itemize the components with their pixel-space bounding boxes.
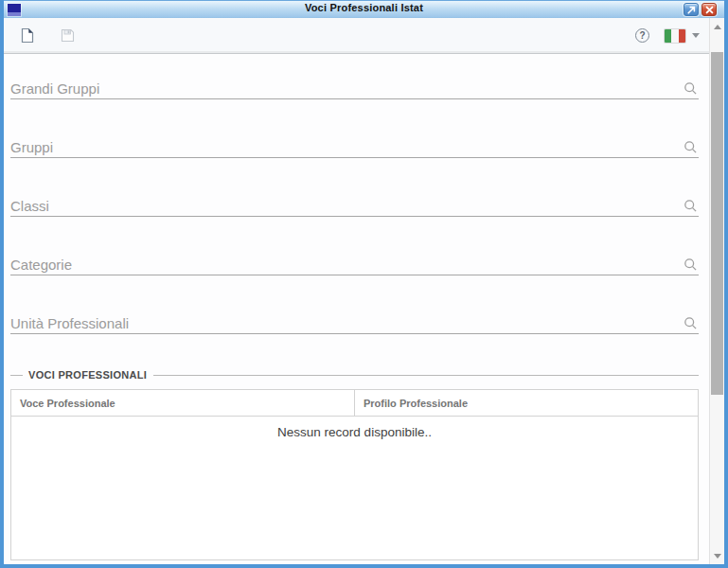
new-document-icon — [21, 27, 34, 44]
unita-professionali-input[interactable] — [10, 315, 678, 331]
window-body: ? — [4, 18, 724, 564]
restore-arrow-icon — [687, 6, 696, 14]
search-icon[interactable] — [684, 257, 698, 272]
legend-line — [153, 375, 699, 376]
toolbar: ? — [4, 18, 709, 54]
gruppi-input[interactable] — [10, 139, 678, 155]
field-gruppi — [10, 122, 699, 158]
main-panel: ? — [4, 18, 709, 564]
close-x-icon — [705, 6, 714, 14]
close-window-button[interactable] — [701, 3, 717, 16]
field-grandi-gruppi — [10, 63, 699, 99]
italy-flag-icon — [665, 29, 685, 43]
field-categorie — [10, 240, 699, 275]
voci-professionali-table: Voce Professionale Profilo Professionale… — [10, 389, 699, 560]
legend-line — [10, 375, 23, 376]
column-header-voce-professionale[interactable]: Voce Professionale — [11, 390, 355, 416]
classi-input[interactable] — [10, 198, 678, 214]
table-header-row: Voce Professionale Profilo Professionale — [11, 390, 698, 417]
window-title: Voci Professionali Istat — [4, 2, 724, 13]
window-controls — [684, 3, 717, 16]
search-icon[interactable] — [684, 140, 698, 154]
language-selector[interactable] — [665, 29, 700, 43]
restore-window-button[interactable] — [684, 3, 699, 16]
field-classi — [10, 181, 699, 217]
search-icon[interactable] — [684, 316, 698, 330]
field-unita-professionali — [10, 298, 699, 334]
caret-down-icon — [692, 33, 700, 38]
scrollbar-thumb[interactable] — [711, 52, 723, 395]
help-icon: ? — [635, 28, 649, 43]
vertical-scrollbar[interactable] — [709, 18, 724, 564]
scroll-up-arrow-icon[interactable] — [710, 20, 724, 33]
form-content: VOCI PROFESSIONALI Voce Professionale Pr… — [4, 54, 709, 564]
search-icon[interactable] — [684, 81, 698, 96]
scroll-down-arrow-icon[interactable] — [710, 549, 724, 562]
help-button[interactable]: ? — [635, 28, 649, 43]
table-body: Nessun record disponibile.. — [11, 417, 698, 559]
save-floppy-icon — [61, 28, 75, 43]
search-icon[interactable] — [684, 199, 698, 213]
column-header-profilo-professionale[interactable]: Profilo Professionale — [355, 390, 698, 416]
app-window: Voci Professionali Istat — [0, 0, 728, 568]
titlebar[interactable]: Voci Professionali Istat — [4, 0, 724, 18]
legend-label: VOCI PROFESSIONALI — [28, 369, 147, 381]
save-button[interactable] — [61, 28, 75, 43]
voci-section-legend: VOCI PROFESSIONALI — [10, 369, 699, 381]
categorie-input[interactable] — [10, 257, 678, 273]
empty-records-message: Nessun record disponibile.. — [11, 417, 698, 439]
grandi-gruppi-input[interactable] — [10, 80, 678, 97]
new-record-button[interactable] — [21, 27, 34, 44]
